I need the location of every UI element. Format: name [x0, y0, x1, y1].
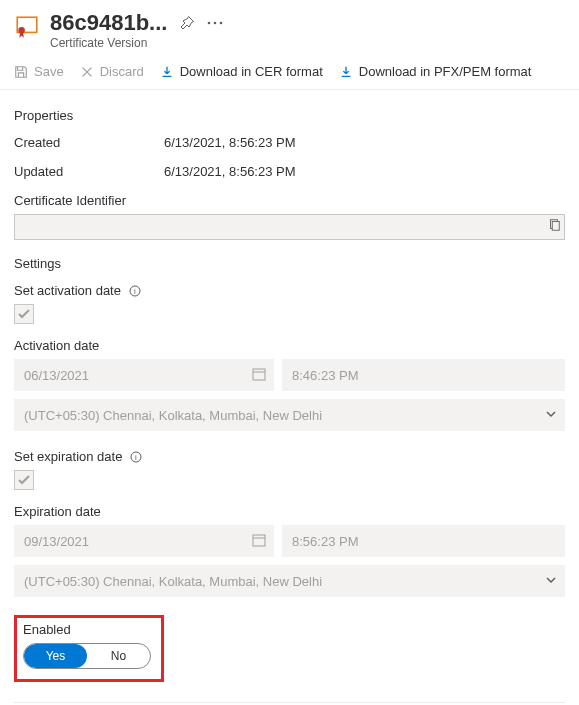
info-icon[interactable]: i — [130, 451, 142, 463]
activation-date-input[interactable]: 06/13/2021 — [14, 359, 274, 391]
pin-icon[interactable] — [179, 15, 195, 31]
cert-id-input[interactable] — [14, 214, 565, 240]
svg-text:i: i — [134, 287, 136, 296]
certificate-icon — [14, 14, 40, 40]
divider — [14, 702, 565, 703]
save-icon — [14, 65, 28, 79]
discard-icon — [80, 65, 94, 79]
activation-timezone-select[interactable]: (UTC+05:30) Chennai, Kolkata, Mumbai, Ne… — [14, 399, 565, 431]
enabled-yes[interactable]: Yes — [24, 644, 87, 668]
created-value: 6/13/2021, 8:56:23 PM — [164, 135, 296, 150]
save-button[interactable]: Save — [14, 64, 64, 79]
activation-time-input[interactable]: 8:46:23 PM — [282, 359, 565, 391]
more-icon[interactable] — [207, 21, 223, 25]
enabled-label: Enabled — [23, 622, 151, 637]
svg-rect-6 — [552, 222, 559, 231]
download-icon — [339, 65, 353, 79]
expiration-checkbox[interactable] — [14, 470, 34, 490]
created-label: Created — [14, 135, 164, 150]
expiration-toggle-label: Set expiration date — [14, 449, 122, 464]
svg-rect-13 — [253, 535, 265, 546]
chevron-down-icon — [545, 574, 557, 589]
expiration-date-label: Expiration date — [14, 504, 565, 519]
svg-point-2 — [208, 22, 211, 25]
expiration-timezone-select[interactable]: (UTC+05:30) Chennai, Kolkata, Mumbai, Ne… — [14, 565, 565, 597]
info-icon[interactable]: i — [129, 285, 141, 297]
discard-button[interactable]: Discard — [80, 64, 144, 79]
enabled-highlight: Enabled Yes No — [14, 615, 164, 682]
copy-icon[interactable] — [547, 218, 561, 235]
page-header: 86c9481b... Certificate Version — [0, 0, 579, 56]
chevron-down-icon — [545, 408, 557, 423]
download-icon — [160, 65, 174, 79]
activation-checkbox[interactable] — [14, 304, 34, 324]
enabled-toggle[interactable]: Yes No — [23, 643, 151, 669]
expiration-time-input[interactable]: 8:56:23 PM — [282, 525, 565, 557]
activation-date-label: Activation date — [14, 338, 565, 353]
cert-id-label: Certificate Identifier — [14, 193, 565, 208]
download-cer-button[interactable]: Download in CER format — [160, 64, 323, 79]
properties-heading: Properties — [14, 108, 565, 123]
page-subtitle: Certificate Version — [50, 36, 565, 50]
calendar-icon — [252, 533, 266, 550]
calendar-icon — [252, 367, 266, 384]
settings-heading: Settings — [14, 256, 565, 271]
enabled-no[interactable]: No — [87, 644, 150, 668]
svg-text:i: i — [136, 453, 138, 462]
updated-value: 6/13/2021, 8:56:23 PM — [164, 164, 296, 179]
svg-point-4 — [220, 22, 223, 25]
expiration-date-input[interactable]: 09/13/2021 — [14, 525, 274, 557]
activation-toggle-label: Set activation date — [14, 283, 121, 298]
page-title: 86c9481b... — [50, 10, 167, 36]
updated-label: Updated — [14, 164, 164, 179]
svg-point-3 — [214, 22, 217, 25]
svg-rect-9 — [253, 369, 265, 380]
toolbar: Save Discard Download in CER format Down… — [0, 56, 579, 90]
download-pfx-button[interactable]: Download in PFX/PEM format — [339, 64, 532, 79]
